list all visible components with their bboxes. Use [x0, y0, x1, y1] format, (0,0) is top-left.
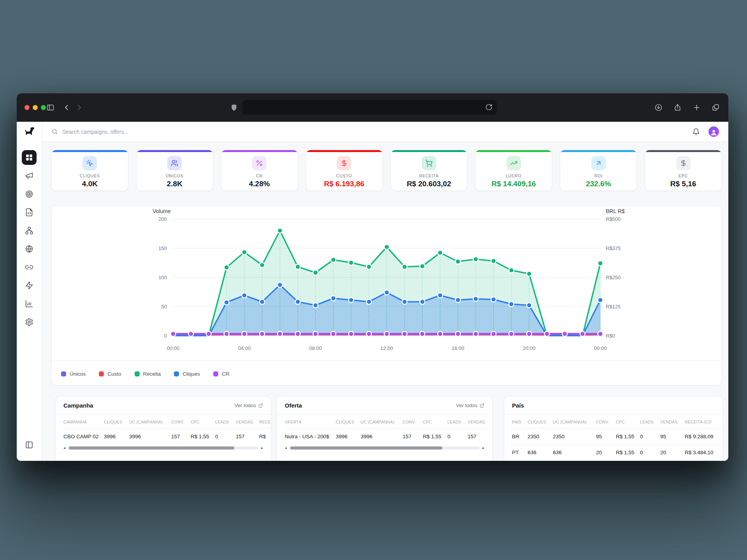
avatar[interactable]: [708, 126, 719, 137]
topbar-actions: [692, 126, 719, 137]
svg-text:R$500: R$500: [606, 216, 621, 222]
column-header: UC (CAMPANHA): [553, 420, 596, 424]
sidebar-item-bar-chart[interactable]: [22, 296, 37, 311]
minimize-button[interactable]: [33, 105, 38, 110]
back-icon[interactable]: [63, 103, 71, 112]
sidebar-item-megaphone[interactable]: [22, 168, 37, 183]
new-tab-icon[interactable]: [693, 103, 701, 112]
forward-icon[interactable]: [75, 103, 83, 112]
horizontal-scrollbar[interactable]: ◂▸: [277, 446, 492, 450]
table-header-row: OFERTACLIQUESUC (CAMPANHA)CONV.CPCLEADSV…: [285, 415, 492, 428]
table-card-pa-s: PaísPAÍSCLIQUESUC (CAMPANHA)CONV.CPCLEAD…: [504, 396, 723, 461]
percent-icon: [256, 159, 263, 167]
main-column: Search campaigns, offers...: [42, 122, 728, 461]
target-icon: [25, 190, 33, 198]
kpi-icon-tile: [591, 156, 606, 170]
table-cell: 636: [553, 450, 596, 455]
bell-icon[interactable]: [692, 128, 700, 136]
sidebar-item-target[interactable]: [22, 187, 37, 201]
table-row[interactable]: BR2350235095R$ 1,55095R$ 9.288,09: [512, 428, 722, 444]
zoom-button[interactable]: [41, 105, 46, 110]
table-cell: PT: [512, 450, 528, 455]
kpi-value: 232.6%: [560, 180, 637, 188]
toolbar-actions: [654, 103, 720, 112]
svg-text:20:00: 20:00: [523, 345, 536, 351]
table-cell: 0: [640, 434, 660, 439]
share-icon[interactable]: [673, 103, 682, 112]
kpi-accent-bar: [306, 150, 382, 152]
scrollbar-thumb[interactable]: [69, 446, 234, 450]
scroll-right-arrow[interactable]: ▸: [261, 446, 263, 450]
close-button[interactable]: [25, 105, 30, 110]
table-cell: R$: [259, 434, 271, 439]
table-cell: R$ 3.484,10: [685, 450, 722, 455]
scroll-right-arrow[interactable]: ▸: [482, 446, 484, 450]
kpi-accent-bar: [560, 150, 637, 152]
kpi-accent-bar: [221, 150, 298, 152]
address-bar[interactable]: [242, 100, 497, 115]
search-input[interactable]: Search campaigns, offers...: [51, 128, 128, 135]
kpi-card-cr: CR4.28%: [221, 150, 298, 191]
table-card-oferta: OfertaVer todosOFERTACLIQUESUC (CAMPANHA…: [277, 396, 493, 461]
legend-chip: [174, 371, 179, 376]
ver-todos-link[interactable]: Ver todos: [235, 402, 263, 408]
table-cell: 3996: [129, 434, 171, 439]
table-row[interactable]: PT63663620R$ 1,55020R$ 3.484,10: [512, 444, 722, 460]
column-header: CAMPANHA: [63, 420, 104, 424]
chart-plot-area: 050100150200VolumeR$0R$125R$250R$375R$50…: [52, 206, 721, 360]
sidebar-item-link[interactable]: [22, 260, 37, 275]
ver-todos-link[interactable]: Ver todos: [456, 402, 484, 408]
sidebar-item-dashboard[interactable]: [22, 150, 37, 165]
legend-item-cliques[interactable]: Cliques: [174, 371, 200, 377]
shield-icon[interactable]: [230, 103, 238, 112]
legend-item-custo[interactable]: Custo: [99, 371, 121, 377]
legend-item-receita[interactable]: Receita: [135, 371, 161, 377]
scrollbar-track[interactable]: [289, 446, 480, 450]
kpi-value: R$ 5,16: [645, 180, 721, 188]
chart-legend: ÚnicosCustoReceitaCliquesCR: [52, 360, 721, 385]
table-cell: BR: [512, 434, 528, 439]
sidebar-item-globe[interactable]: [22, 242, 37, 256]
legend-chip: [213, 371, 218, 376]
search-icon: [51, 128, 58, 135]
table-cell: R$ 9.288,09: [685, 434, 722, 439]
legend-item--nicos[interactable]: Únicos: [61, 371, 86, 377]
svg-text:150: 150: [158, 245, 167, 251]
horizontal-scrollbar[interactable]: ◂▸: [56, 446, 271, 450]
sidebar-toggle-icon[interactable]: [46, 103, 54, 112]
column-header: RECEITA (CO: [685, 420, 722, 424]
sidebar-item-file-code[interactable]: [22, 205, 37, 220]
megaphone-icon: [25, 172, 33, 180]
column-header: CPC: [616, 420, 640, 424]
table-row[interactable]: Nutra - USA - 200$39963996157R$ 1,550157: [285, 428, 492, 444]
table-cell: 3996: [361, 434, 403, 439]
column-header: CPC: [423, 420, 447, 424]
reload-icon[interactable]: [485, 103, 493, 111]
kpi-row: CLIQUES4.0KÚNICOS2.8KCR4.28%CUSTOR$ 6.19…: [51, 150, 722, 191]
scrollbar-track[interactable]: [68, 446, 258, 450]
sidebar-item-zap[interactable]: [22, 278, 37, 293]
column-header: RECEITA: [259, 420, 271, 424]
app-shell: Search campaigns, offers...: [17, 122, 728, 461]
column-header: VENDAS: [660, 420, 685, 424]
collapse-sidebar-button[interactable]: [22, 438, 37, 452]
legend-item-cr[interactable]: CR: [213, 371, 230, 377]
globe-icon: [25, 245, 33, 253]
gear-icon: [25, 318, 33, 326]
table-cell: 3996: [336, 434, 361, 439]
table-title: Campanha: [63, 402, 93, 409]
kpi-card-lucro: LUCROR$ 14.409,16: [475, 150, 552, 191]
column-header: VENDAS: [236, 420, 259, 424]
sidebar-item-settings[interactable]: [22, 315, 37, 329]
app-logo[interactable]: [17, 122, 42, 142]
scrollbar-thumb[interactable]: [290, 446, 442, 450]
sidebar-item-network[interactable]: [22, 223, 37, 238]
kpi-label: ROI: [560, 173, 637, 178]
tabs-overview-icon[interactable]: [712, 103, 720, 112]
kpi-accent-bar: [391, 150, 467, 152]
downloads-icon[interactable]: [654, 103, 663, 112]
cart-icon: [425, 159, 433, 167]
scroll-left-arrow[interactable]: ◂: [285, 446, 287, 450]
scroll-left-arrow[interactable]: ◂: [63, 446, 65, 450]
table-row[interactable]: CBO CAMP 0239963996157R$ 1,550157R$: [63, 428, 271, 444]
